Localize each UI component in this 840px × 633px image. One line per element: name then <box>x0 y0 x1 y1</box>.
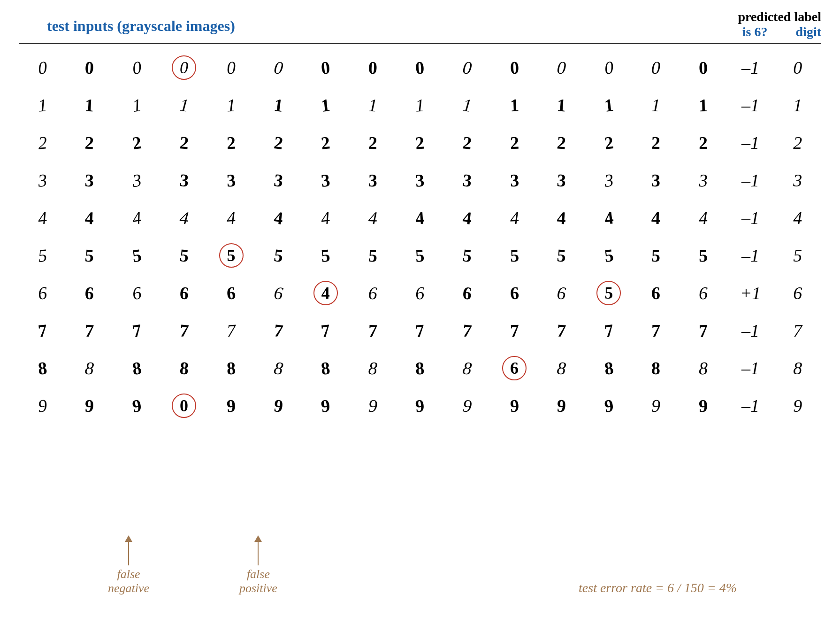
digit-cell: 4 <box>113 199 160 237</box>
predicted-label-header: predicted label is 6? digit <box>662 9 821 39</box>
digit-cell: 2 <box>160 124 208 162</box>
arrow-head-fp <box>254 535 262 542</box>
digit-cell: 4 <box>302 199 349 237</box>
digit-label: 5 <box>774 237 821 274</box>
table-row: 000000000000000–10 <box>19 49 821 86</box>
digit-cell: 7 <box>680 312 727 349</box>
digit-cell: 7 <box>397 312 444 349</box>
false-negative-label: false negative <box>108 567 149 595</box>
digit-cell: 0 <box>491 49 538 86</box>
digit-cell: 9 <box>302 387 349 425</box>
digit-cell: 3 <box>491 162 538 199</box>
digit-cell: 1 <box>207 86 255 124</box>
digit-cell: 9 <box>19 387 66 425</box>
table-row: 888888888868888–18 <box>19 349 821 387</box>
digit-cell: 8 <box>113 349 160 387</box>
digit-cell: 7 <box>302 312 349 349</box>
false-negative-annotation: false negative <box>108 535 149 595</box>
digit-cell: 5 <box>302 237 349 274</box>
digit-cell: 0 <box>207 49 255 86</box>
digit-cell: 5 <box>207 237 255 274</box>
digit-cell: 1 <box>160 86 208 124</box>
digit-cell: 9 <box>255 387 302 425</box>
digit-cell: 1 <box>397 86 444 124</box>
digit-cell: 4 <box>255 199 302 237</box>
digit-cell: 2 <box>680 124 727 162</box>
is6-result: –1 <box>727 162 774 199</box>
digit-cell: 5 <box>633 237 680 274</box>
digit-cell: 8 <box>66 349 114 387</box>
digit-label: 3 <box>774 162 821 199</box>
digit-cell: 3 <box>255 162 302 199</box>
digit-cell: 5 <box>160 237 208 274</box>
digit-cell: 3 <box>443 162 491 199</box>
predicted-label-sub: is 6? digit <box>662 24 821 39</box>
arrow-line-fn <box>128 542 129 565</box>
table-row: 333333333333333–13 <box>19 162 821 199</box>
digit-cell: 0 <box>302 49 349 86</box>
digit-cell: 5 <box>255 237 302 274</box>
digit-cell: 3 <box>66 162 114 199</box>
digit-cell: 4 <box>66 199 114 237</box>
digit-cell: 7 <box>349 312 397 349</box>
is6-result: –1 <box>727 312 774 349</box>
digit-cell: 4 <box>443 199 491 237</box>
digit-cell: 7 <box>160 312 208 349</box>
digit-cell: 8 <box>302 349 349 387</box>
digit-label: 1 <box>774 86 821 124</box>
predicted-label-title: predicted label <box>662 9 821 24</box>
digit-cell: 6 <box>680 274 727 312</box>
digit-cell: 3 <box>633 162 680 199</box>
digit-cell: 0 <box>633 49 680 86</box>
digit-cell: 9 <box>680 387 727 425</box>
digit-cell: 2 <box>585 124 633 162</box>
col-digit-header: digit <box>796 24 821 39</box>
digit-cell: 9 <box>113 387 160 425</box>
digit-cell: 1 <box>19 86 66 124</box>
digit-cell: 7 <box>538 312 585 349</box>
digit-cell: 6 <box>207 274 255 312</box>
digit-cell: 0 <box>19 49 66 86</box>
digit-cell: 7 <box>66 312 114 349</box>
digit-cell: 1 <box>538 86 585 124</box>
arrow-line-fp <box>258 542 259 565</box>
digit-cell: 3 <box>397 162 444 199</box>
digit-cell: 5 <box>113 237 160 274</box>
digit-cell: 6 <box>397 274 444 312</box>
digit-cell: 1 <box>349 86 397 124</box>
digit-cell: 4 <box>19 199 66 237</box>
digit-cell: 4 <box>349 199 397 237</box>
digit-cell: 2 <box>66 124 114 162</box>
digit-cell: 2 <box>207 124 255 162</box>
digit-cell: 7 <box>255 312 302 349</box>
digit-cell: 3 <box>302 162 349 199</box>
digit-cell: 2 <box>443 124 491 162</box>
digit-cell: 0 <box>160 49 208 86</box>
digit-cell: 6 <box>66 274 114 312</box>
digit-cell: 6 <box>538 274 585 312</box>
digit-cell: 8 <box>680 349 727 387</box>
digit-cell: 7 <box>207 312 255 349</box>
digit-cell: 8 <box>585 349 633 387</box>
digit-cell: 9 <box>207 387 255 425</box>
digit-cell: 4 <box>538 199 585 237</box>
digit-cell: 6 <box>349 274 397 312</box>
digit-cell: 9 <box>66 387 114 425</box>
is6-result: +1 <box>727 274 774 312</box>
digit-cell: 8 <box>19 349 66 387</box>
digit-grid: 000000000000000–10111111111111111–112222… <box>19 49 821 425</box>
header-area: test inputs (grayscale images) predicted… <box>19 9 821 44</box>
digit-cell: 6 <box>491 349 538 387</box>
digit-cell: 5 <box>66 237 114 274</box>
digit-cell: 0 <box>349 49 397 86</box>
digit-cell: 8 <box>397 349 444 387</box>
digit-cell: 7 <box>113 312 160 349</box>
digit-cell: 0 <box>113 49 160 86</box>
digit-cell: 1 <box>443 86 491 124</box>
digit-cell: 9 <box>491 387 538 425</box>
digit-cell: 8 <box>349 349 397 387</box>
digit-label: 2 <box>774 124 821 162</box>
digit-cell: 5 <box>443 237 491 274</box>
digit-cell: 6 <box>19 274 66 312</box>
digit-cell: 3 <box>19 162 66 199</box>
